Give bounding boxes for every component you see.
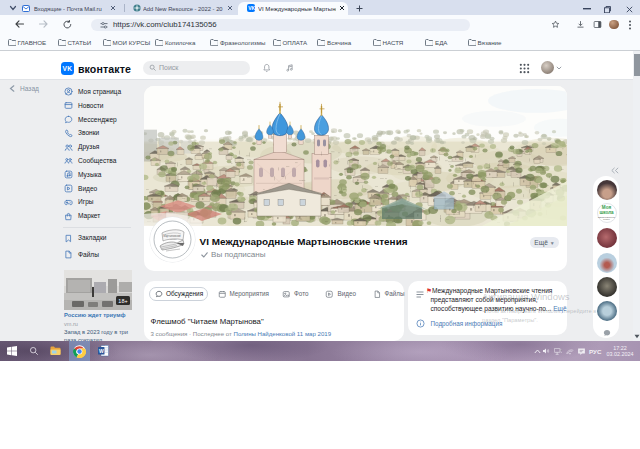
svg-text:18+: 18+ <box>118 298 127 304</box>
svg-text:W: W <box>98 348 103 354</box>
svg-text:чтения: чтения <box>170 238 178 240</box>
